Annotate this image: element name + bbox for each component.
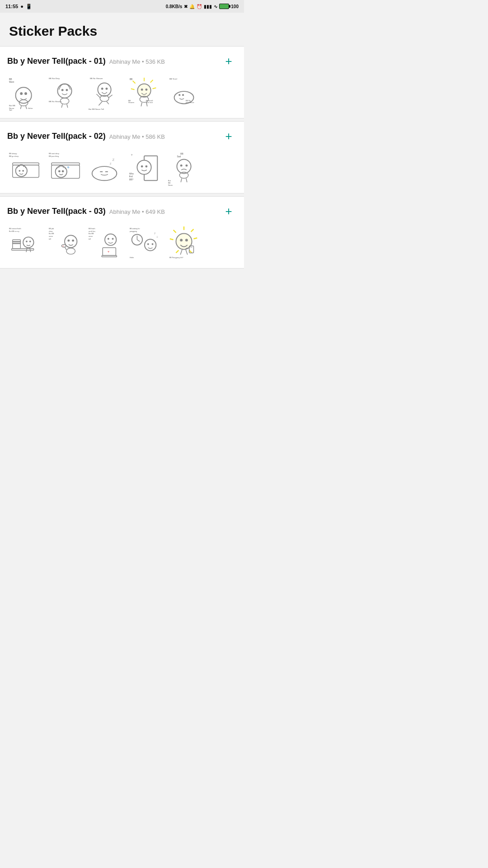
- notification-icon: ●: [20, 4, 23, 9]
- svg-line-19: [67, 104, 68, 108]
- empty-area: [0, 271, 244, 452]
- add-pack-03-button[interactable]: +: [221, 203, 237, 219]
- svg-point-131: [147, 243, 149, 245]
- pack-name-03: Bb y Never Tell(pack - 03): [7, 207, 106, 216]
- svg-point-57: [19, 170, 20, 172]
- svg-text:panggang: panggang: [130, 231, 137, 232]
- mute-icon: 🔔: [189, 4, 195, 9]
- svg-text:Want: Want: [9, 81, 14, 83]
- pack-title-area-03: Bb y Never Tell(pack - 03) Abhinay Me • …: [7, 207, 165, 216]
- battery-percent: 100: [231, 4, 239, 9]
- svg-text:But BB: But BB: [49, 233, 54, 235]
- svg-text:BB finish: BB finish: [89, 228, 95, 230]
- svg-text:zhua,: zhua,: [49, 231, 53, 232]
- svg-text:tell: tell: [49, 238, 51, 240]
- svg-line-26: [107, 102, 109, 104]
- sticker-pack-03: Bb y Never Tell(pack - 03) Abhinay Me • …: [0, 196, 244, 269]
- sticker-01-2: BB Not Dirty BB No Shower: [47, 75, 84, 112]
- pack-meta-02: Abhinay Me • 586 KB: [109, 133, 165, 140]
- svg-point-83: [185, 165, 188, 167]
- svg-rect-94: [13, 243, 21, 249]
- svg-text:find: find: [129, 175, 133, 178]
- svg-text:z: z: [113, 157, 115, 162]
- svg-text:?: ?: [131, 154, 133, 156]
- pack-name-01: Bb y Never Tell(pack - 01): [7, 57, 106, 66]
- svg-text:BB No Shower: BB No Shower: [90, 77, 103, 80]
- svg-line-150: [180, 250, 182, 255]
- svg-point-66: [92, 166, 117, 180]
- svg-point-119: [105, 234, 116, 245]
- svg-point-23: [105, 88, 108, 90]
- sticker-03-2: BB jiak zhua, But BB never tell ♥: [47, 225, 84, 262]
- svg-line-28: [109, 95, 113, 98]
- svg-point-81: [177, 160, 191, 174]
- svg-point-110: [66, 248, 75, 255]
- svg-text:never: never: [49, 236, 53, 237]
- svg-point-75: [145, 165, 147, 168]
- sticker-02-5: BB Sad But BB Never tell: [166, 150, 203, 187]
- pack-meta-01: Abhinay Me • 536 KB: [109, 58, 165, 65]
- sticker-row-02: BB sleepy BB go sleep BB cant sleep BB p…: [7, 150, 237, 187]
- svg-point-58: [22, 170, 24, 172]
- svg-text:Hehe: Hehe: [130, 256, 134, 259]
- add-pack-01-button[interactable]: +: [221, 53, 237, 69]
- sticker-03-1: BB cannot finish But BB no cry: [7, 225, 44, 262]
- svg-point-13: [57, 84, 71, 98]
- svg-point-120: [108, 238, 109, 240]
- svg-point-15: [66, 89, 68, 91]
- svg-rect-54: [13, 163, 39, 165]
- svg-text:z: z: [110, 161, 112, 165]
- svg-point-82: [180, 165, 183, 167]
- svg-line-10: [20, 106, 21, 109]
- battery-icon: [219, 4, 229, 9]
- svg-text:Who: Who: [129, 173, 134, 175]
- svg-text:♪: ♪: [154, 231, 156, 236]
- network-speed: 0.8KB/s: [166, 4, 183, 9]
- svg-line-140: [170, 239, 174, 240]
- svg-line-138: [194, 238, 197, 239]
- svg-line-137: [191, 229, 194, 232]
- svg-rect-123: [102, 255, 117, 257]
- pack-header-01: Bb y Never Tell(pack - 01) Abhinay Me • …: [7, 53, 237, 69]
- svg-text:Hehe: Hehe: [28, 107, 33, 109]
- sticker-01-1: BB Want But BB Never Tell Hehe: [7, 75, 44, 112]
- svg-line-129: [137, 240, 140, 241]
- pack-header-03: Bb y Never Tell(pack - 03) Abhinay Me • …: [7, 203, 237, 219]
- svg-text:BB?: BB?: [129, 179, 133, 181]
- svg-rect-96: [13, 240, 21, 242]
- signal-icon: ▮▮▮: [204, 4, 212, 9]
- svg-point-73: [137, 160, 151, 174]
- svg-point-64: [58, 170, 61, 172]
- svg-text:♥: ♥: [62, 245, 64, 247]
- svg-line-86: [186, 178, 187, 182]
- svg-text:But BB Never Tell: But BB Never Tell: [89, 108, 104, 110]
- svg-point-2: [16, 87, 32, 103]
- android-icon: 📱: [26, 4, 32, 9]
- sticker-02-4: ? Who find BB?: [127, 150, 164, 187]
- sticker-03-4: BB waiting for panggang ♪ ♫ Hehe: [127, 225, 164, 262]
- sticker-02-2: BB cant sleep BB poor thing: [47, 150, 84, 187]
- add-pack-02-button[interactable]: +: [221, 128, 237, 144]
- svg-point-36: [141, 89, 143, 91]
- svg-point-3: [20, 92, 23, 95]
- svg-line-44: [141, 102, 142, 106]
- svg-text:BB Panggang loh!!: BB Panggang loh!!: [169, 257, 183, 259]
- alarm-icon: ⏰: [197, 4, 202, 9]
- svg-line-18: [61, 104, 62, 108]
- svg-line-33: [133, 81, 136, 84]
- svg-text:♫: ♫: [156, 236, 158, 238]
- svg-point-107: [65, 235, 77, 247]
- sticker-pack-02: Bb y Never Tell(pack - 02) Abhinay Me • …: [0, 121, 244, 193]
- svg-point-144: [180, 239, 183, 241]
- sticker-02-3: z z: [87, 150, 124, 187]
- svg-line-139: [174, 230, 176, 233]
- svg-text:BB go sleep: BB go sleep: [9, 155, 19, 157]
- sticker-pack-01: Bb y Never Tell(pack - 01) Abhinay Me • …: [0, 46, 244, 118]
- svg-text:Shower: Shower: [128, 101, 135, 104]
- svg-point-22: [101, 88, 103, 90]
- svg-text:BB: BB: [9, 78, 12, 80]
- svg-text:BB poor thing: BB poor thing: [49, 156, 59, 157]
- page-header: Sticker Packs: [0, 13, 244, 46]
- svg-line-11: [26, 106, 27, 109]
- svg-point-109: [72, 240, 74, 242]
